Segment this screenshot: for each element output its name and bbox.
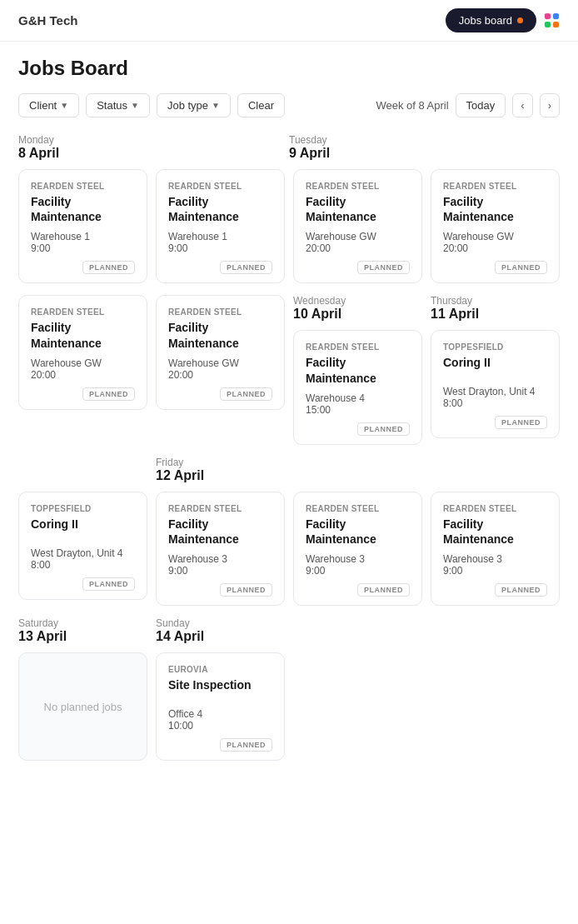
tuesday-cards: REARDEN STEEL Facility Maintenance Wareh… xyxy=(289,169,560,283)
job-card[interactable]: REARDEN STEEL Facility Maintenance Wareh… xyxy=(431,169,560,283)
job-card[interactable]: REARDEN STEEL Facility Maintenance Wareh… xyxy=(156,492,285,606)
week-navigation: Week of 8 April Today ‹ › xyxy=(376,93,560,117)
tuesday-date: 9 April xyxy=(289,146,560,161)
week-label: Week of 8 April xyxy=(376,99,448,112)
today-button[interactable]: Today xyxy=(456,93,506,117)
thursday-col: Thursday 11 April TOPPESFIELD Coring II … xyxy=(431,295,560,438)
job-card[interactable]: TOPPESFIELD Coring II West Drayton, Unit… xyxy=(431,330,560,438)
saturday-header: Saturday 13 April xyxy=(18,617,147,644)
status-arrow-icon: ▼ xyxy=(131,101,139,110)
wednesday-name: Wednesday xyxy=(293,295,422,307)
job-type-filter-label: Job type xyxy=(167,99,208,112)
job-card[interactable]: REARDEN STEEL Facility Maintenance Wareh… xyxy=(156,169,285,283)
page-title: Jobs Board xyxy=(18,57,560,80)
job-card[interactable]: TOPPESFIELD Coring II West Drayton, Unit… xyxy=(18,492,147,600)
top-navigation: G&H Tech Jobs board xyxy=(0,0,578,42)
client-filter-label: Client xyxy=(29,99,57,112)
wednesday-col: Wednesday 10 April REARDEN STEEL Facilit… xyxy=(293,295,422,444)
thursday-name: Thursday xyxy=(431,295,560,307)
job-card[interactable]: REARDEN STEEL Facility Maintenance Wareh… xyxy=(293,169,422,283)
jobs-board-button[interactable]: Jobs board xyxy=(446,8,536,32)
saturday-section: Saturday 13 April No planned jobs xyxy=(18,617,147,761)
row2: REARDEN STEEL Facility Maintenance Wareh… xyxy=(18,295,560,444)
monday-name: Monday xyxy=(18,134,289,146)
saturday-empty-text: No planned jobs xyxy=(44,701,122,713)
saturday-empty-card: No planned jobs xyxy=(18,652,147,761)
thursday-header: Thursday 11 April xyxy=(431,295,560,322)
monday-header: Monday 8 April xyxy=(18,134,289,161)
prev-week-button[interactable]: ‹ xyxy=(512,93,532,117)
friday-col4: REARDEN STEEL Facility Maintenance Wareh… xyxy=(431,457,560,606)
tuesday-section: Tuesday 9 April REARDEN STEEL Facility M… xyxy=(289,134,560,283)
friday-header: Friday 12 April xyxy=(156,457,285,483)
job-type-filter-button[interactable]: Job type ▼ xyxy=(157,93,231,117)
saturday-date: 13 April xyxy=(18,629,147,644)
friday-name: Friday xyxy=(156,457,285,468)
row1-days: Monday 8 April REARDEN STEEL Facility Ma… xyxy=(18,134,560,283)
nav-dot-icon xyxy=(517,17,523,23)
job-card[interactable]: REARDEN STEEL Facility Maintenance Wareh… xyxy=(18,295,147,409)
wednesday-date: 10 April xyxy=(293,307,422,322)
monday-cards: REARDEN STEEL Facility Maintenance Wareh… xyxy=(18,169,289,283)
monday-date: 8 April xyxy=(18,146,289,161)
monday-section: Monday 8 April REARDEN STEEL Facility Ma… xyxy=(18,134,289,283)
thursday-date: 11 April xyxy=(431,307,560,322)
status-filter-button[interactable]: Status ▼ xyxy=(86,93,150,117)
sunday-header: Sunday 14 April xyxy=(156,617,285,644)
friday-col1: TOPPESFIELD Coring II West Drayton, Unit… xyxy=(18,457,147,600)
job-card[interactable]: REARDEN STEEL Facility Maintenance Wareh… xyxy=(293,330,422,444)
job-card[interactable]: EUROVIA Site Inspection Office 4 10:00 P… xyxy=(156,652,285,761)
sunday-name: Sunday xyxy=(156,617,285,629)
friday-date: 12 April xyxy=(156,468,285,483)
next-week-button[interactable]: › xyxy=(540,93,560,117)
sunday-section: Sunday 14 April EUROVIA Site Inspection … xyxy=(156,617,285,761)
grid-dot-4 xyxy=(553,22,559,27)
grid-dot-2 xyxy=(553,13,559,19)
page-content: Jobs Board Client ▼ Status ▼ Job type ▼ … xyxy=(0,42,578,787)
row3: TOPPESFIELD Coring II West Drayton, Unit… xyxy=(18,457,560,606)
grid-icon[interactable] xyxy=(545,13,560,28)
job-card[interactable]: REARDEN STEEL Facility Maintenance Wareh… xyxy=(431,492,560,606)
tuesday-header: Tuesday 9 April xyxy=(289,134,560,161)
client-arrow-icon: ▼ xyxy=(60,101,68,110)
clear-button[interactable]: Clear xyxy=(237,93,285,117)
job-type-arrow-icon: ▼ xyxy=(212,101,220,110)
toolbar: Client ▼ Status ▼ Job type ▼ Clear Week … xyxy=(18,93,560,117)
job-card[interactable]: REARDEN STEEL Facility Maintenance Wareh… xyxy=(156,295,285,409)
grid-dot-3 xyxy=(545,22,551,27)
job-card[interactable]: REARDEN STEEL Facility Maintenance Wareh… xyxy=(293,492,422,606)
job-card[interactable]: REARDEN STEEL Facility Maintenance Wareh… xyxy=(18,169,147,283)
nav-right: Jobs board xyxy=(446,8,560,32)
client-filter-button[interactable]: Client ▼ xyxy=(18,93,79,117)
saturday-name: Saturday xyxy=(18,617,147,629)
grid-dot-1 xyxy=(545,13,551,19)
sunday-date: 14 April xyxy=(156,629,285,644)
friday-col3: REARDEN STEEL Facility Maintenance Wareh… xyxy=(293,457,422,606)
friday-col2: Friday 12 April REARDEN STEEL Facility M… xyxy=(156,457,285,606)
wednesday-header: Wednesday 10 April xyxy=(293,295,422,322)
jobs-board-label: Jobs board xyxy=(459,14,512,27)
status-filter-label: Status xyxy=(97,99,127,112)
jobs-board: Monday 8 April REARDEN STEEL Facility Ma… xyxy=(18,134,560,772)
app-logo: G&H Tech xyxy=(18,13,77,27)
tuesday-name: Tuesday xyxy=(289,134,560,146)
row4: Saturday 13 April No planned jobs Sunday… xyxy=(18,617,560,761)
